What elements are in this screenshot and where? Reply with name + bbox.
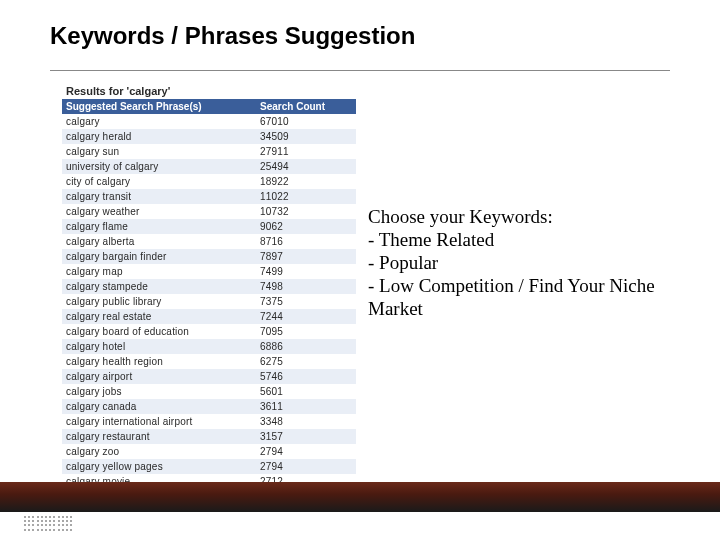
table-row: calgary airport5746: [62, 369, 356, 384]
cell-phrase: calgary canada: [62, 399, 256, 414]
cell-phrase: calgary alberta: [62, 234, 256, 249]
cell-phrase: calgary health region: [62, 354, 256, 369]
cell-phrase: university of calgary: [62, 159, 256, 174]
cell-phrase: calgary yellow pages: [62, 459, 256, 474]
cell-phrase: city of calgary: [62, 174, 256, 189]
cell-phrase: calgary restaurant: [62, 429, 256, 444]
cell-phrase: calgary bargain finder: [62, 249, 256, 264]
table-row: calgary restaurant3157: [62, 429, 356, 444]
cell-count: 7375: [256, 294, 356, 309]
tips-line: - Theme Related: [368, 228, 678, 251]
cell-phrase: calgary weather: [62, 204, 256, 219]
table-row: calgary health region6275: [62, 354, 356, 369]
cell-phrase: calgary jobs: [62, 384, 256, 399]
tips-line: - Low Competition / Find Your Niche Mark…: [368, 274, 678, 320]
table-header-row: Suggested Search Phrase(s) Search Count: [62, 99, 356, 114]
cell-phrase: calgary board of education: [62, 324, 256, 339]
results-heading: Results for 'calgary': [62, 84, 356, 99]
cell-count: 5601: [256, 384, 356, 399]
table-row: university of calgary25494: [62, 159, 356, 174]
cell-phrase: calgary airport: [62, 369, 256, 384]
table-row: calgary map7499: [62, 264, 356, 279]
col-count: Search Count: [256, 99, 356, 114]
results-table: Suggested Search Phrase(s) Search Count …: [62, 99, 356, 489]
cell-count: 7244: [256, 309, 356, 324]
cell-phrase: calgary hotel: [62, 339, 256, 354]
cell-phrase: calgary international airport: [62, 414, 256, 429]
cell-count: 3157: [256, 429, 356, 444]
table-row: calgary public library7375: [62, 294, 356, 309]
cell-phrase: calgary sun: [62, 144, 256, 159]
cell-phrase: calgary transit: [62, 189, 256, 204]
table-row: calgary flame9062: [62, 219, 356, 234]
cell-phrase: calgary flame: [62, 219, 256, 234]
table-row: calgary weather10732: [62, 204, 356, 219]
table-row: calgary stampede7498: [62, 279, 356, 294]
cell-phrase: calgary: [62, 114, 256, 129]
cell-phrase: calgary real estate: [62, 309, 256, 324]
cell-count: 7499: [256, 264, 356, 279]
cell-count: 7498: [256, 279, 356, 294]
table-row: calgary canada3611: [62, 399, 356, 414]
table-row: calgary zoo2794: [62, 444, 356, 459]
cell-count: 8716: [256, 234, 356, 249]
slide: Keywords / Phrases Suggestion Results fo…: [0, 0, 720, 540]
table-row: city of calgary18922: [62, 174, 356, 189]
cell-count: 11022: [256, 189, 356, 204]
cell-count: 7897: [256, 249, 356, 264]
table-row: calgary hotel6886: [62, 339, 356, 354]
table-row: calgary board of education7095: [62, 324, 356, 339]
cell-count: 3348: [256, 414, 356, 429]
table-row: calgary real estate7244: [62, 309, 356, 324]
cell-phrase: calgary zoo: [62, 444, 256, 459]
table-row: calgary sun27911: [62, 144, 356, 159]
footer-bar: [0, 482, 720, 512]
cell-count: 5746: [256, 369, 356, 384]
table-row: calgary herald34509: [62, 129, 356, 144]
cell-phrase: calgary map: [62, 264, 256, 279]
cell-count: 7095: [256, 324, 356, 339]
col-phrase: Suggested Search Phrase(s): [62, 99, 256, 114]
cell-count: 3611: [256, 399, 356, 414]
table-row: calgary yellow pages2794: [62, 459, 356, 474]
cell-count: 10732: [256, 204, 356, 219]
table-row: calgary jobs5601: [62, 384, 356, 399]
cell-count: 9062: [256, 219, 356, 234]
page-title: Keywords / Phrases Suggestion: [50, 22, 415, 50]
cell-count: 27911: [256, 144, 356, 159]
title-divider: [50, 70, 670, 71]
cell-count: 67010: [256, 114, 356, 129]
tips-line: - Popular: [368, 251, 678, 274]
cell-count: 18922: [256, 174, 356, 189]
cell-phrase: calgary public library: [62, 294, 256, 309]
table-row: calgary transit11022: [62, 189, 356, 204]
cell-count: 2794: [256, 459, 356, 474]
table-row: calgary international airport3348: [62, 414, 356, 429]
cell-count: 2794: [256, 444, 356, 459]
tips-text: Choose your Keywords: - Theme Related - …: [368, 205, 678, 320]
tips-line: Choose your Keywords:: [368, 205, 678, 228]
results-panel: Results for 'calgary' Suggested Search P…: [62, 84, 356, 489]
table-row: calgary67010: [62, 114, 356, 129]
cell-count: 34509: [256, 129, 356, 144]
footer-dots: [24, 516, 80, 534]
table-row: calgary bargain finder7897: [62, 249, 356, 264]
cell-phrase: calgary stampede: [62, 279, 256, 294]
cell-count: 6886: [256, 339, 356, 354]
cell-count: 6275: [256, 354, 356, 369]
cell-phrase: calgary herald: [62, 129, 256, 144]
table-row: calgary alberta8716: [62, 234, 356, 249]
cell-count: 25494: [256, 159, 356, 174]
